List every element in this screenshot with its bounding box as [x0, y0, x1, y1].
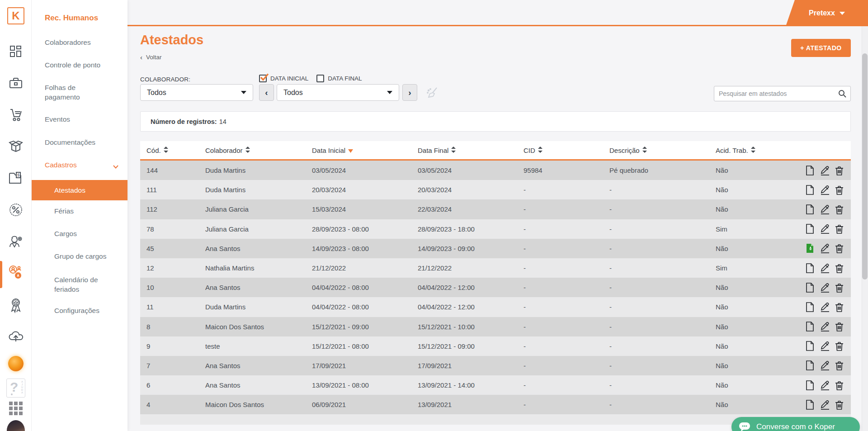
search-icon[interactable]	[838, 90, 846, 98]
account-menu[interactable]: Pretexx	[786, 0, 868, 26]
table-row: 144Duda Martins03/05/202403/05/202495984…	[140, 161, 851, 180]
view-document-icon[interactable]	[806, 224, 814, 234]
delete-icon[interactable]	[835, 204, 844, 214]
user-avatar[interactable]	[0, 420, 32, 431]
delete-icon[interactable]	[835, 322, 844, 332]
column-header-data-inicial[interactable]: Data Inicial	[306, 147, 411, 154]
help-icon[interactable]: ? AJUDA	[0, 378, 32, 398]
delete-icon[interactable]	[835, 263, 844, 273]
dashboard-icon[interactable]	[0, 43, 32, 60]
next-period-button[interactable]: ›	[402, 84, 417, 101]
sidebar-item-folhas-de-pagamento[interactable]: Folhas de pagamento	[32, 83, 99, 102]
edit-icon[interactable]	[819, 400, 830, 410]
edit-icon[interactable]	[819, 360, 830, 370]
period-select[interactable]: Todos	[277, 84, 399, 101]
delete-icon[interactable]	[835, 243, 844, 253]
sidebar-item-cargos[interactable]: Cargos	[32, 230, 127, 238]
delete-icon[interactable]	[835, 224, 844, 234]
table-cell: 15/12/2021 - 10:00	[411, 323, 517, 331]
sidebar-item-documentacoes[interactable]: Documentações	[32, 137, 127, 147]
edit-icon[interactable]	[819, 380, 830, 390]
table-cell: -	[517, 245, 603, 252]
view-document-icon[interactable]	[806, 283, 814, 293]
table-cell: Não	[709, 205, 781, 213]
edit-icon[interactable]	[819, 302, 830, 312]
edit-icon[interactable]	[819, 166, 830, 175]
view-document-icon[interactable]	[806, 185, 814, 195]
data-final-checkbox[interactable]	[316, 75, 324, 82]
delete-icon[interactable]	[835, 283, 844, 293]
sidebar-group-cadastros[interactable]: Cadastros	[32, 161, 127, 169]
view-document-attachment-icon[interactable]	[806, 243, 814, 253]
table-row: 78Juliana Garcia28/09/2023 - 08:0028/09/…	[140, 219, 851, 239]
sidebar-item-grupo-de-cargos[interactable]: Grupo de cargos	[32, 252, 127, 260]
apps-grid-icon[interactable]	[0, 401, 32, 416]
table-cell: -	[517, 205, 603, 213]
edit-icon[interactable]	[819, 341, 830, 351]
edit-icon[interactable]	[819, 263, 830, 273]
data-inicial-checkbox[interactable]	[259, 75, 267, 82]
view-document-icon[interactable]	[806, 341, 814, 351]
add-atestado-button[interactable]: + ATESTADO	[791, 39, 851, 57]
column-header-descricao[interactable]: Descrição	[603, 147, 709, 154]
search-input[interactable]	[714, 90, 838, 97]
delete-icon[interactable]	[835, 400, 844, 410]
sidebar-item-atestados[interactable]: Atestados	[32, 180, 127, 200]
sidebar-item-colaboradores[interactable]: Colaboradores	[32, 38, 127, 47]
k-logo[interactable]: K	[0, 7, 32, 25]
delete-icon[interactable]	[835, 302, 844, 312]
delete-icon[interactable]	[835, 185, 844, 195]
sidebar-item-controle-de-ponto[interactable]: Controle de ponto	[32, 60, 127, 70]
cloud-upload-icon[interactable]	[0, 328, 32, 344]
topbar: Pretexx	[127, 0, 868, 26]
view-document-icon[interactable]	[806, 360, 814, 370]
cart-icon[interactable]	[0, 107, 32, 123]
sun-icon[interactable]	[0, 355, 32, 372]
edit-icon[interactable]	[819, 243, 830, 253]
view-document-icon[interactable]	[806, 322, 814, 332]
table-body: 144Duda Martins03/05/202403/05/202495984…	[140, 161, 851, 414]
sidebar-item-ferias[interactable]: Férias	[32, 207, 127, 215]
column-header-colaborador[interactable]: Colaborador	[199, 147, 306, 154]
people-search-icon[interactable]	[0, 264, 32, 280]
view-document-icon[interactable]	[806, 400, 814, 410]
folder-money-icon[interactable]: $	[0, 170, 32, 186]
column-header-acid-trab[interactable]: Acid. Trab.	[709, 147, 781, 154]
table-cell: 04/04/2022 - 12:00	[411, 303, 517, 311]
edit-icon[interactable]	[819, 224, 830, 234]
view-document-icon[interactable]	[806, 263, 814, 273]
back-link[interactable]: ‹ Voltar	[140, 53, 162, 61]
column-header-cod[interactable]: Cód.	[140, 147, 199, 154]
delete-icon[interactable]	[835, 380, 844, 390]
worker-gear-icon[interactable]	[0, 233, 32, 250]
edit-icon[interactable]	[819, 185, 830, 195]
column-header-data-final[interactable]: Data Final	[411, 147, 517, 154]
table-cell: Maicon Dos Santos	[199, 323, 306, 331]
briefcase-icon[interactable]	[0, 75, 32, 91]
delete-icon[interactable]	[835, 360, 844, 370]
edit-icon[interactable]	[819, 322, 830, 332]
sidebar-item-calendario-de-feriados[interactable]: Calendário de feriados	[32, 275, 104, 294]
column-header-cid[interactable]: CID	[517, 147, 603, 154]
clear-filters-icon[interactable]	[425, 86, 439, 101]
delete-icon[interactable]	[835, 341, 844, 351]
delete-icon[interactable]	[835, 166, 844, 175]
colaborador-select[interactable]: Todos	[140, 84, 253, 101]
sidebar-item-configuracoes[interactable]: Configurações	[32, 307, 127, 315]
sidebar-item-eventos[interactable]: Eventos	[32, 114, 127, 124]
prev-period-button[interactable]: ‹	[259, 84, 274, 101]
view-document-icon[interactable]	[806, 204, 814, 214]
view-document-icon[interactable]	[806, 166, 814, 175]
view-document-icon[interactable]	[806, 380, 814, 390]
table-header: Cód. Colaborador Data Inicial Data Final…	[140, 141, 851, 161]
table-cell: Não	[709, 186, 781, 194]
table-cell: -	[603, 264, 709, 272]
chat-koper-button[interactable]: Converse com o Koper	[731, 417, 860, 431]
edit-icon[interactable]	[819, 283, 830, 293]
edit-icon[interactable]	[819, 204, 830, 214]
view-document-icon[interactable]	[806, 302, 814, 312]
percent-icon[interactable]	[0, 202, 32, 218]
box-icon[interactable]	[0, 138, 32, 154]
medal-icon[interactable]	[0, 297, 32, 313]
scrollbar-thumb[interactable]	[862, 53, 868, 279]
